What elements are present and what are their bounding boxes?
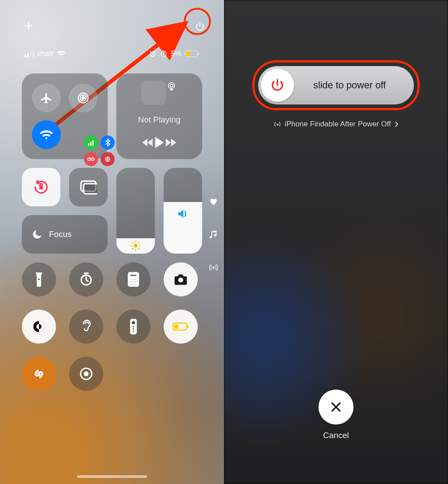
- broadcast-icon: [209, 263, 218, 272]
- dark-mode-toggle[interactable]: [22, 310, 56, 344]
- volume-slider[interactable]: [164, 168, 202, 254]
- now-playing-title: Not Playing: [138, 115, 180, 125]
- power-button[interactable]: [194, 21, 206, 32]
- cancel-button[interactable]: [318, 390, 354, 425]
- svg-point-38: [132, 321, 135, 324]
- power-off-screen: slide to power off iPhone Findable After…: [224, 0, 448, 484]
- screen-mirroring-button[interactable]: [69, 168, 108, 206]
- svg-point-13: [91, 158, 94, 160]
- svg-rect-24: [130, 274, 137, 276]
- status-bar: chatr 5%: [0, 47, 224, 60]
- moon-icon: [32, 229, 43, 240]
- cancel-label: Cancel: [323, 431, 349, 440]
- power-off-knob[interactable]: [261, 69, 294, 102]
- power-off-label: slide to power off: [294, 80, 414, 91]
- battery-percent: 5%: [171, 49, 182, 58]
- airplane-mode-toggle[interactable]: [32, 84, 61, 112]
- bluetooth-toggle[interactable]: [101, 136, 115, 150]
- close-icon: [329, 400, 343, 414]
- svg-point-41: [133, 331, 134, 332]
- svg-point-15: [170, 84, 173, 87]
- svg-rect-19: [84, 184, 97, 194]
- calculator-button[interactable]: [116, 262, 150, 296]
- cellular-data-toggle[interactable]: [84, 136, 98, 150]
- svg-point-34: [178, 278, 183, 282]
- svg-point-6: [82, 97, 84, 99]
- airdrop-toggle[interactable]: [69, 84, 98, 112]
- svg-point-27: [135, 279, 136, 280]
- svg-rect-5: [198, 52, 200, 55]
- chevron-right-icon: [394, 121, 399, 127]
- remote-button[interactable]: [116, 310, 150, 344]
- svg-point-30: [135, 281, 136, 283]
- find-my-icon: [273, 120, 281, 128]
- focus-label: Focus: [49, 230, 72, 239]
- brightness-slider[interactable]: [116, 168, 155, 254]
- svg-point-46: [84, 371, 88, 376]
- media-controls-group[interactable]: Not Playing: [116, 73, 202, 159]
- svg-point-26: [133, 279, 134, 280]
- svg-rect-11: [92, 140, 94, 146]
- camera-button[interactable]: [164, 262, 198, 296]
- findable-link[interactable]: iPhone Findable After Power Off: [273, 120, 399, 129]
- hearing-button[interactable]: [69, 310, 103, 344]
- orientation-lock-status-icon: [160, 50, 168, 58]
- home-indicator[interactable]: [77, 475, 147, 478]
- hotspot-toggle[interactable]: [84, 152, 98, 166]
- svg-rect-4: [186, 52, 190, 56]
- svg-rect-43: [174, 324, 178, 329]
- control-center-top-row: [0, 4, 224, 32]
- annotation-rounded-box: slide to power off: [252, 60, 420, 110]
- svg-point-31: [130, 284, 132, 286]
- brightness-icon: [130, 240, 141, 251]
- timer-button[interactable]: [69, 262, 103, 296]
- power-icon: [270, 78, 285, 93]
- focus-button[interactable]: Focus: [22, 215, 108, 254]
- volume-icon: [177, 208, 189, 219]
- svg-point-16: [168, 83, 175, 89]
- orientation-lock-toggle[interactable]: [22, 168, 60, 206]
- svg-point-40: [133, 328, 134, 330]
- battery-icon: [185, 50, 200, 57]
- music-icon: [210, 230, 217, 239]
- control-center-grid: Not Playing Focus: [22, 73, 202, 395]
- context-icons-column: [209, 198, 218, 272]
- screen-record-button[interactable]: [69, 357, 103, 391]
- power-off-slider[interactable]: slide to power off: [258, 66, 414, 104]
- svg-point-32: [133, 284, 134, 286]
- svg-point-47: [213, 267, 214, 268]
- svg-point-39: [133, 326, 134, 327]
- shazam-button[interactable]: [22, 357, 56, 391]
- album-art-placeholder: [141, 80, 166, 105]
- connectivity-group[interactable]: [22, 73, 108, 159]
- cellular-signal-icon: [24, 51, 34, 57]
- flashlight-button[interactable]: [22, 262, 56, 296]
- svg-rect-10: [90, 142, 91, 146]
- vpn-toggle[interactable]: [101, 152, 115, 166]
- wifi-icon: [57, 50, 66, 57]
- svg-point-25: [130, 279, 132, 280]
- airplay-icon[interactable]: [166, 80, 177, 92]
- control-center-screen: chatr 5%: [0, 0, 224, 484]
- rewind-button[interactable]: [142, 138, 154, 147]
- play-button[interactable]: [154, 136, 164, 149]
- svg-point-33: [135, 284, 136, 286]
- svg-rect-9: [88, 143, 89, 146]
- wifi-toggle[interactable]: [32, 120, 61, 149]
- forward-button[interactable]: [164, 138, 177, 147]
- svg-rect-44: [187, 325, 189, 328]
- svg-point-29: [133, 281, 134, 283]
- findable-label: iPhone Findable After Power Off: [285, 120, 391, 129]
- alarm-icon: [149, 50, 157, 58]
- svg-point-21: [38, 279, 40, 280]
- low-power-mode-toggle[interactable]: [164, 310, 198, 344]
- carrier-label: chatr: [37, 49, 54, 58]
- svg-point-20: [134, 244, 138, 248]
- favorite-icon: [209, 198, 218, 205]
- svg-point-12: [88, 158, 91, 160]
- add-control-button[interactable]: [24, 21, 33, 32]
- svg-point-28: [130, 281, 132, 283]
